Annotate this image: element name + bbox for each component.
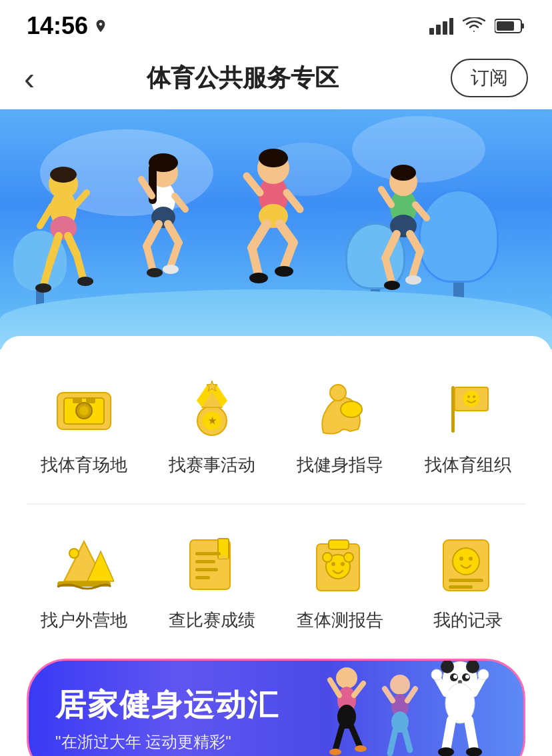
menu-item-org[interactable]: 找体育组织 bbox=[404, 376, 532, 477]
camp-icon-container bbox=[51, 531, 117, 598]
svg-point-18 bbox=[77, 277, 93, 286]
svg-point-9 bbox=[50, 167, 77, 183]
org-icon-container bbox=[435, 376, 501, 443]
svg-point-54 bbox=[384, 281, 400, 290]
svg-point-95 bbox=[453, 548, 479, 575]
record-label: 我的记录 bbox=[433, 609, 503, 632]
battery-icon bbox=[495, 18, 525, 34]
svg-point-97 bbox=[469, 557, 473, 561]
menu-item-record[interactable]: 我的记录 bbox=[404, 531, 532, 632]
svg-line-52 bbox=[381, 189, 391, 205]
promo-banner[interactable]: 居家健身运动汇 "在浙过大年 运动更精彩" bbox=[27, 659, 525, 756]
venue-label: 找体育场地 bbox=[41, 453, 127, 477]
nav-bar: ‹ 体育公共服务专区 订阅 bbox=[0, 47, 552, 109]
svg-rect-83 bbox=[195, 552, 221, 555]
report-icon-container bbox=[307, 531, 373, 598]
menu-item-score[interactable]: 查比赛成绩 bbox=[148, 531, 276, 632]
svg-point-55 bbox=[405, 275, 421, 285]
svg-point-70 bbox=[330, 385, 346, 401]
status-icons bbox=[429, 17, 525, 35]
promo-text-area: 居家健身运动汇 "在浙过大年 运动更精彩" bbox=[29, 671, 523, 756]
svg-point-92 bbox=[323, 553, 332, 562]
svg-line-16 bbox=[75, 193, 87, 206]
svg-line-48 bbox=[385, 234, 397, 258]
report-label: 查体测报告 bbox=[297, 609, 383, 632]
org-label: 找体育组织 bbox=[425, 453, 511, 477]
back-arrow: ‹ bbox=[24, 61, 35, 96]
camp-label: 找户外营地 bbox=[41, 609, 127, 632]
svg-point-96 bbox=[459, 557, 463, 561]
svg-line-12 bbox=[43, 263, 50, 286]
svg-line-37 bbox=[252, 248, 259, 276]
menu-item-report[interactable]: 查体测报告 bbox=[276, 531, 404, 632]
record-icon-container bbox=[435, 531, 501, 598]
svg-point-46 bbox=[391, 165, 416, 181]
svg-point-93 bbox=[344, 553, 353, 562]
svg-rect-60 bbox=[73, 398, 82, 403]
event-label: 找赛事活动 bbox=[169, 453, 255, 477]
services-card: 找体育场地 ★ 找赛事活动 bbox=[0, 336, 552, 756]
svg-line-24 bbox=[147, 224, 159, 246]
svg-point-42 bbox=[249, 273, 268, 283]
svg-text:★: ★ bbox=[208, 415, 217, 426]
svg-rect-3 bbox=[449, 18, 453, 35]
svg-rect-86 bbox=[195, 576, 210, 579]
event-icon: ★ bbox=[182, 379, 242, 439]
svg-line-49 bbox=[385, 258, 392, 283]
svg-rect-85 bbox=[195, 568, 218, 571]
status-bar: 14:56 bbox=[0, 0, 552, 47]
promo-subtitle: "在浙过大年 运动更精彩" bbox=[55, 731, 497, 753]
svg-line-11 bbox=[50, 236, 59, 263]
svg-rect-0 bbox=[429, 28, 434, 35]
runners-illustration bbox=[0, 143, 552, 316]
svg-point-75 bbox=[473, 395, 475, 398]
svg-point-10 bbox=[50, 216, 77, 240]
svg-point-78 bbox=[69, 549, 79, 558]
svg-point-91 bbox=[341, 562, 345, 566]
svg-point-31 bbox=[163, 265, 179, 274]
location-icon bbox=[93, 19, 108, 33]
svg-rect-5 bbox=[521, 23, 524, 29]
menu-item-event[interactable]: ★ 找赛事活动 bbox=[148, 376, 276, 477]
svg-point-17 bbox=[35, 283, 51, 293]
svg-point-43 bbox=[275, 266, 293, 277]
svg-point-34 bbox=[259, 149, 288, 167]
fitness-label: 找健身指导 bbox=[297, 453, 383, 477]
subscribe-button[interactable]: 订阅 bbox=[451, 59, 528, 97]
promo-title: 居家健身运动汇 bbox=[55, 685, 497, 726]
record-icon bbox=[438, 535, 498, 595]
page-title: 体育公共服务专区 bbox=[147, 62, 339, 95]
svg-point-30 bbox=[147, 268, 163, 277]
wifi-icon bbox=[463, 17, 485, 35]
menu-item-camp[interactable]: 找户外营地 bbox=[20, 531, 148, 632]
svg-rect-2 bbox=[443, 21, 447, 35]
svg-line-40 bbox=[247, 176, 260, 193]
menu-row-1: 找体育场地 ★ 找赛事活动 bbox=[13, 363, 539, 490]
svg-rect-99 bbox=[449, 585, 473, 589]
svg-point-69 bbox=[341, 401, 362, 417]
svg-line-51 bbox=[412, 251, 420, 278]
menu-item-fitness[interactable]: 找健身指导 bbox=[276, 376, 404, 477]
svg-point-59 bbox=[79, 406, 89, 415]
score-icon bbox=[182, 535, 242, 595]
venue-icon bbox=[54, 379, 114, 439]
venue-icon-container bbox=[51, 376, 117, 443]
svg-line-53 bbox=[415, 205, 427, 218]
svg-rect-61 bbox=[86, 398, 95, 403]
menu-item-venue[interactable]: 找体育场地 bbox=[20, 376, 148, 477]
svg-point-73 bbox=[463, 391, 479, 407]
svg-line-14 bbox=[77, 255, 83, 279]
svg-rect-6 bbox=[497, 21, 514, 31]
svg-line-39 bbox=[283, 243, 293, 269]
org-icon bbox=[438, 379, 498, 439]
svg-line-15 bbox=[40, 206, 52, 226]
svg-rect-88 bbox=[329, 540, 349, 549]
signal-icon bbox=[429, 17, 453, 35]
svg-point-90 bbox=[331, 562, 335, 566]
svg-rect-98 bbox=[449, 579, 483, 582]
score-label: 查比赛成绩 bbox=[169, 609, 255, 632]
back-button[interactable]: ‹ bbox=[24, 60, 35, 97]
svg-rect-84 bbox=[195, 560, 215, 563]
event-icon-container: ★ bbox=[179, 376, 245, 443]
svg-rect-1 bbox=[436, 25, 441, 35]
